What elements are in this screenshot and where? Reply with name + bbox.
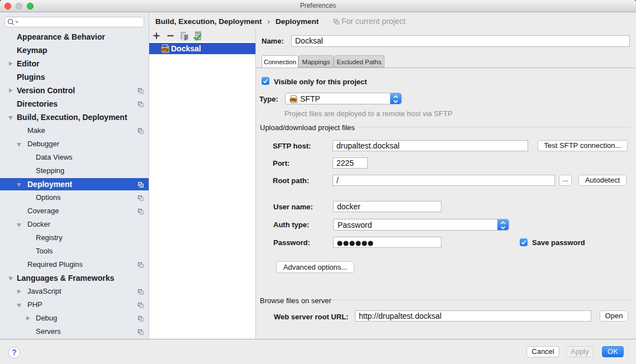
svg-text:sftp: sftp: [290, 98, 297, 102]
svg-text:sftp: sftp: [162, 47, 169, 52]
